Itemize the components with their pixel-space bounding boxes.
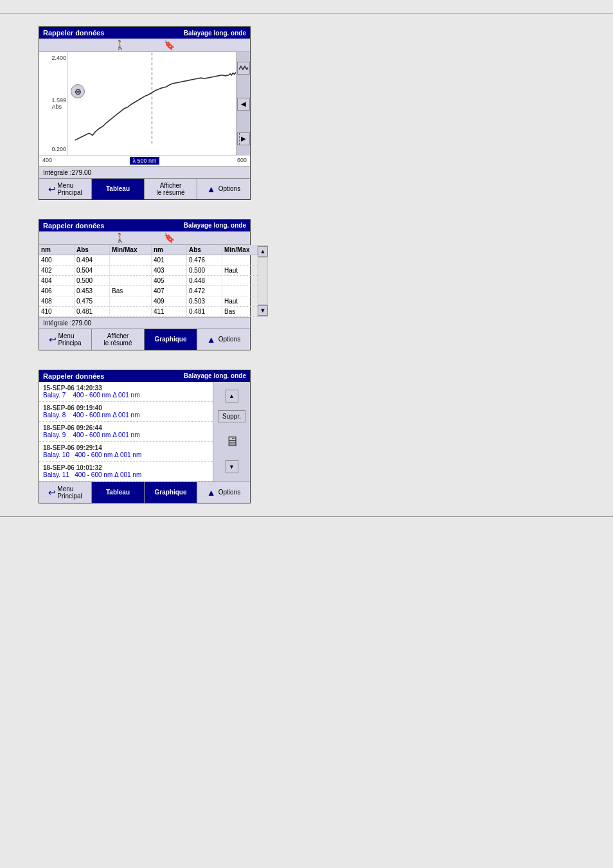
back-arrow-icon: ↩ [48, 184, 56, 194]
zoom-button[interactable]: ⊕ [71, 84, 85, 98]
file-item-5[interactable]: 18-SEP-06 10:01:32 Balay. 11 400 - 600 n… [39, 462, 213, 482]
panel1-icons-row: 🚶 🔖 [39, 39, 250, 52]
bookmark-icon[interactable]: 🔖 [164, 40, 175, 50]
panel3-header: Rappeler données Balayage long. onde [39, 370, 250, 382]
panel2-icons-row: 🚶 🔖 [39, 231, 250, 245]
col-nm2: nm [152, 245, 187, 255]
panel2-header: Rappeler données Balayage long. onde [39, 220, 250, 231]
panel2-options-btn[interactable]: ▲ Options [197, 329, 250, 350]
file1-scan: Balay. 7 400 - 600 nm Δ 001 nm [43, 392, 209, 399]
panel3-subtitle: Balayage long. onde [184, 372, 246, 379]
right-controls: ◀ ▶ [236, 52, 250, 155]
col-minmax1: Min/Max [110, 245, 152, 255]
suppr-button[interactable]: Suppr. [218, 410, 245, 422]
person-icon-2[interactable]: 🚶 [114, 233, 125, 243]
file5-scan: Balay. 11 400 - 600 nm Δ 001 nm [43, 471, 209, 478]
file4-datetime: 18-SEP-06 09:29:14 [43, 444, 209, 451]
file3-scan: Balay. 9 400 - 600 nm Δ 001 nm [43, 431, 209, 439]
bookmark-icon-2[interactable]: 🔖 [164, 233, 175, 243]
x-label-600: 600 [237, 157, 247, 165]
x-axis: 400 λ 500 nm 600 [39, 155, 250, 167]
panel2-graphique-btn[interactable]: Graphique [145, 329, 197, 350]
panel1-tableau-btn[interactable]: Tableau [92, 179, 145, 199]
table-row: 406 0.453 Bas 407 0.472 [39, 286, 258, 296]
panel-table: Rappeler données Balayage long. onde 🚶 🔖… [39, 219, 251, 350]
panel2-afficher-btn[interactable]: Afficher le résumé [92, 329, 145, 350]
page-container: Rappeler données Balayage long. onde 🚶 🔖… [0, 0, 613, 868]
bottom-divider [0, 516, 613, 517]
col-nm1: nm [39, 245, 75, 255]
file-item-2[interactable]: 18-SEP-06 09:19:40 Balay. 8 400 - 600 nm… [39, 402, 213, 422]
panel1-title: Rappeler données [43, 29, 104, 37]
left-arrow-button[interactable]: ◀ [237, 98, 250, 111]
table-row: 408 0.475 409 0.503 Haut [39, 296, 258, 307]
panel2-footer: ↩ Menu Principa Afficher le résumé Graph… [39, 329, 250, 350]
col-abs2: Abs [187, 245, 222, 255]
panel3-graphique-btn[interactable]: Graphique [145, 482, 197, 503]
file-item-3[interactable]: 18-SEP-06 09:26:44 Balay. 9 400 - 600 nm… [39, 422, 213, 442]
panel3-tableau-btn[interactable]: Tableau [92, 482, 145, 503]
filelist-scroll-up[interactable]: ▲ [226, 390, 238, 402]
table-inner: nm Abs Min/Max nm Abs Min/Max 400 0.494 … [39, 245, 258, 317]
panel2-integrale: Intégrale :279.00 [39, 317, 250, 329]
panel3-title: Rappeler données [43, 372, 104, 380]
panel1-subtitle: Balayage long. onde [184, 30, 246, 37]
panel2-menu-btn[interactable]: ↩ Menu Principa [39, 329, 92, 350]
y-min: 0.200 [51, 146, 66, 152]
panel1-integrale: Intégrale :279.00 [39, 167, 250, 178]
back-arrow-icon-3: ↩ [48, 487, 56, 498]
scroll-down-btn[interactable]: ▼ [258, 305, 268, 316]
monitor-icon: 🖥 [225, 433, 239, 450]
panel1-options-btn[interactable]: ▲ Options [197, 179, 250, 199]
col-abs1: Abs [75, 245, 110, 255]
file-item-4[interactable]: 18-SEP-06 09:29:14 Balay. 10 400 - 600 n… [39, 442, 213, 462]
x-label-500: λ 500 nm [130, 157, 159, 165]
panel-filelist: Rappeler données Balayage long. onde 15-… [39, 370, 251, 503]
x-label-400: 400 [42, 157, 52, 165]
panel1-menu-btn[interactable]: ↩ Menu Principal [39, 179, 92, 199]
filelist-right-controls: ▲ Suppr. 🖥 ▼ [213, 382, 250, 482]
filelist-wrapper: 15-SEP-06 14:20:33 Balay. 7 400 - 600 nm… [39, 382, 250, 482]
scroll-track [258, 258, 267, 304]
graph-wrapper: 2.400 1.599Abs 0.200 ⊕ [39, 52, 250, 155]
file5-datetime: 18-SEP-06 10:01:32 [43, 464, 209, 471]
panel3-options-btn[interactable]: ▲ Options [197, 482, 250, 503]
table-row: 410 0.481 411 0.481 Bas [39, 307, 258, 317]
panel2-subtitle: Balayage long. onde [184, 222, 246, 229]
y-mid: 1.599Abs [51, 97, 66, 110]
graph-svg [68, 52, 236, 155]
panel-graph: Rappeler données Balayage long. onde 🚶 🔖… [39, 26, 251, 200]
file1-datetime: 15-SEP-06 14:20:33 [43, 384, 209, 392]
panels-wrapper: Rappeler données Balayage long. onde 🚶 🔖… [0, 26, 613, 503]
file2-datetime: 18-SEP-06 09:19:40 [43, 404, 209, 411]
panel1-header: Rappeler données Balayage long. onde [39, 27, 250, 39]
table-row: 402 0.504 403 0.500 Haut [39, 266, 258, 276]
table-scrollbar: ▲ ▼ [258, 245, 268, 317]
y-axis: 2.400 1.599Abs 0.200 [39, 52, 68, 155]
filelist-content: 15-SEP-06 14:20:33 Balay. 7 400 - 600 nm… [39, 382, 213, 482]
panel1-afficher-btn[interactable]: Afficher le résumé [145, 179, 197, 199]
y-max: 2.400 [51, 55, 66, 61]
file3-datetime: 18-SEP-06 09:26:44 [43, 424, 209, 431]
scroll-up-btn[interactable]: ▲ [258, 246, 268, 257]
panel3-footer: ↩ Menu Principal Tableau Graphique ▲ Opt… [39, 482, 250, 503]
options-arrow-icon-2: ▲ [207, 334, 216, 345]
file4-scan: Balay. 10 400 - 600 nm Δ 001 nm [43, 451, 209, 458]
graph-content: ⊕ [68, 52, 236, 155]
panel3-menu-btn[interactable]: ↩ Menu Principal [39, 482, 92, 503]
top-divider [0, 13, 613, 14]
options-arrow-icon-3: ▲ [207, 487, 216, 498]
right-arrow-button[interactable]: ▶ [237, 132, 250, 145]
col-minmax2: Min/Max [222, 245, 258, 255]
filelist-scroll-down[interactable]: ▼ [226, 460, 238, 473]
panel2-title: Rappeler données [43, 222, 104, 230]
table-container: nm Abs Min/Max nm Abs Min/Max 400 0.494 … [39, 245, 250, 317]
table-row: 404 0.500 405 0.448 [39, 276, 258, 286]
file-item-1[interactable]: 15-SEP-06 14:20:33 Balay. 7 400 - 600 nm… [39, 382, 213, 402]
wave-button[interactable] [237, 62, 250, 75]
file2-scan: Balay. 8 400 - 600 nm Δ 001 nm [43, 411, 209, 419]
panel1-footer: ↩ Menu Principal Tableau Afficher le rés… [39, 178, 250, 199]
table-row: 400 0.494 401 0.476 [39, 255, 258, 266]
table-header: nm Abs Min/Max nm Abs Min/Max [39, 245, 258, 255]
person-icon[interactable]: 🚶 [114, 40, 125, 50]
